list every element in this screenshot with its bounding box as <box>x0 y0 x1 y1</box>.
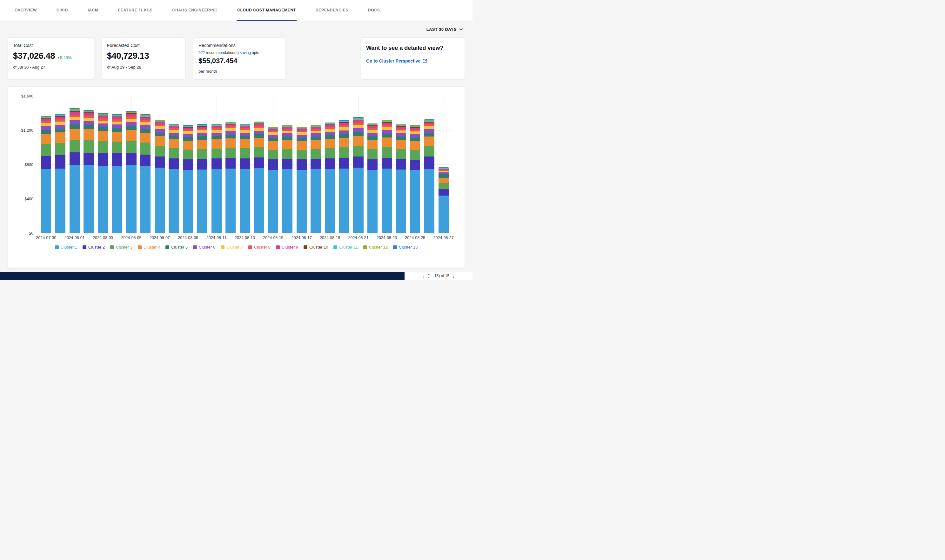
detailed-view-card: Want to see a detailed view? Go to Clust… <box>361 37 465 79</box>
bar-segment <box>55 129 65 132</box>
legend-item[interactable]: Cluster 1 <box>55 245 77 249</box>
stacked-bar[interactable] <box>439 167 449 233</box>
total-cost-title: Total Cost <box>13 43 89 48</box>
stacked-bar[interactable] <box>55 114 65 233</box>
tab-cicd[interactable]: CI/CD <box>56 0 69 21</box>
x-tick-label: 2024-07-30 <box>36 235 56 240</box>
stacked-bar[interactable] <box>396 125 406 233</box>
stacked-bar[interactable] <box>98 113 108 233</box>
stacked-bar[interactable] <box>211 124 222 233</box>
stacked-bar[interactable] <box>83 110 94 233</box>
stacked-bar[interactable] <box>112 114 122 233</box>
bar-slot <box>266 96 280 233</box>
bar-segment <box>83 118 94 121</box>
stacked-bar[interactable] <box>140 114 151 233</box>
stacked-bar[interactable] <box>155 120 165 233</box>
y-tick-label: $400 <box>25 197 33 201</box>
stacked-bar[interactable] <box>382 120 392 233</box>
stacked-bar[interactable] <box>297 127 307 233</box>
x-axis: 2024-07-302024-08-012024-08-032024-08-05… <box>39 233 451 241</box>
stacked-bar[interactable] <box>339 120 349 233</box>
legend-item[interactable]: Cluster 6 <box>193 245 215 249</box>
legend-item[interactable]: Cluster 9 <box>276 245 298 249</box>
stacked-bar[interactable] <box>282 125 292 233</box>
legend-item[interactable]: Cluster 13 <box>393 245 417 249</box>
y-tick-label: $1,600 <box>21 94 33 98</box>
stacked-bar[interactable] <box>410 125 420 233</box>
legend-item[interactable]: Cluster 2 <box>83 245 105 249</box>
bar-segment <box>98 127 108 131</box>
bar-slot <box>337 96 351 233</box>
stacked-bar[interactable] <box>254 122 264 233</box>
cluster-perspective-link[interactable]: Go to Cluster Perspective <box>366 58 427 63</box>
bar-segment <box>112 142 122 153</box>
bar-segment <box>268 141 278 150</box>
bar-segment <box>353 157 363 168</box>
bar-segment <box>367 170 377 233</box>
summary-cards: Total Cost $37,026.48 ▾ 5.45% of Jul 30 … <box>0 37 472 79</box>
stacked-bar[interactable] <box>240 124 250 233</box>
stacked-bar[interactable] <box>183 125 193 233</box>
bar-slot <box>96 96 110 233</box>
legend-item[interactable]: Cluster 5 <box>165 245 188 249</box>
bar-segment <box>169 136 179 139</box>
bar-segment <box>240 169 250 233</box>
bar-segment <box>382 127 392 130</box>
legend-item[interactable]: Cluster 12 <box>363 245 388 249</box>
bar-segment <box>240 148 250 158</box>
bar-segment <box>140 129 151 133</box>
stacked-bar[interactable] <box>197 124 207 233</box>
stacked-bar[interactable] <box>169 124 179 233</box>
bar-segment <box>410 134 420 137</box>
tab-dependencies[interactable]: DEPENDENCIES <box>315 0 349 21</box>
stacked-bar[interactable] <box>353 117 363 233</box>
x-tick-label: 2024-08-23 <box>377 235 397 240</box>
bar-segment <box>282 140 292 149</box>
stacked-bar[interactable] <box>225 122 235 233</box>
stacked-bar[interactable] <box>424 119 434 233</box>
stacked-bar[interactable] <box>126 111 136 233</box>
bar-segment <box>126 165 136 233</box>
legend-item[interactable]: Cluster 7 <box>221 245 243 249</box>
x-tick-label: 2024-08-15 <box>263 235 283 240</box>
bar-segment <box>126 126 136 130</box>
bar-segment <box>55 169 65 233</box>
stacked-bar[interactable] <box>325 123 335 233</box>
legend-item[interactable]: Cluster 4 <box>138 245 160 249</box>
chevron-left-icon[interactable]: ‹ <box>422 273 424 279</box>
tab-overview[interactable]: OVERVIEW <box>14 0 37 21</box>
bar-segment <box>240 133 250 136</box>
bar-segment <box>439 178 449 183</box>
bar-segment <box>98 123 108 127</box>
legend-label: Cluster 9 <box>282 245 298 249</box>
top-nav: OVERVIEW CI/CD IACM FEATURE FLAGS CHAOS … <box>0 0 472 21</box>
legend-item[interactable]: Cluster 11 <box>333 245 357 249</box>
bar-segment <box>297 138 307 141</box>
stacked-bar[interactable] <box>268 127 278 233</box>
bar-segment <box>297 170 307 233</box>
time-range-dropdown[interactable]: LAST 30 DAYS <box>426 27 463 32</box>
tab-iacm[interactable]: IACM <box>87 0 99 21</box>
stacked-bar[interactable] <box>311 125 321 233</box>
recommendations-period: per month <box>199 69 280 74</box>
stacked-bar[interactable] <box>69 108 80 233</box>
chevron-right-icon[interactable]: › <box>452 273 454 279</box>
bar-segment <box>297 150 307 159</box>
nav-tabs: OVERVIEW CI/CD IACM FEATURE FLAGS CHAOS … <box>14 0 380 21</box>
tab-chaos-engineering[interactable]: CHAOS ENGINEERING <box>172 0 219 21</box>
legend-item[interactable]: Cluster 10 <box>303 245 328 249</box>
y-tick-label: $0 <box>29 231 33 235</box>
bar-slot <box>209 96 223 233</box>
bar-slot <box>39 96 53 233</box>
legend-item[interactable]: Cluster 3 <box>110 245 132 249</box>
stacked-bar[interactable] <box>41 116 51 233</box>
tab-cloud-cost-management[interactable]: CLOUD COST MANAGEMENT <box>237 0 297 21</box>
legend-item[interactable]: Cluster 8 <box>248 245 271 249</box>
bar-segment <box>41 119 51 121</box>
tab-docs[interactable]: DOCS <box>367 0 380 21</box>
bar-segment <box>169 169 179 233</box>
stacked-bar[interactable] <box>367 123 377 233</box>
tab-feature-flags[interactable]: FEATURE FLAGS <box>117 0 153 21</box>
bar-segment <box>268 132 278 135</box>
bar-segment <box>140 117 151 120</box>
